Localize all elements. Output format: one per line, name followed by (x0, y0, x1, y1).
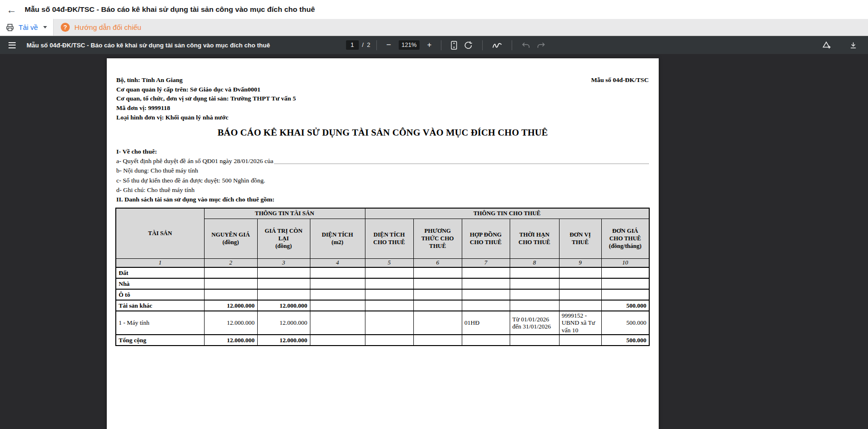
page-number-input[interactable]: 1 (346, 40, 359, 50)
table-cell (204, 278, 257, 289)
print-download-button[interactable]: Tải về (0, 19, 54, 36)
column-header: DIỆN TÍCH (m2) (310, 219, 365, 258)
table-cell: 12.000.000 (204, 335, 257, 346)
column-header: HỢP ĐỒNG CHO THUÊ (462, 219, 510, 258)
column-number: 9 (559, 258, 601, 267)
help-label: Hướng dẫn đối chiếu (75, 23, 141, 31)
table-cell: 12.000.000 (257, 335, 310, 346)
column-number: 5 (365, 258, 413, 267)
table-row: Tài sản khác12.000.00012.000.000500.000 (116, 300, 649, 311)
table-cell (413, 267, 462, 278)
row-label: Tài sản khác (116, 300, 204, 311)
drive-icon (821, 41, 831, 50)
table-cell: 12.000.000 (257, 311, 310, 335)
table-cell (510, 278, 559, 289)
line-c: c- Số thu dự kiến theo đề án được duyệt:… (116, 176, 649, 185)
table-cell (601, 278, 649, 289)
column-header: TÀI SẢN (116, 208, 204, 258)
meta-line: Bộ, tỉnh: Tỉnh An Giang (116, 75, 296, 85)
zoom-level: 121% (401, 42, 417, 48)
table-cell (510, 289, 559, 300)
column-header: ĐƠN GIÁ CHO THUÊ (đồng/tháng) (601, 219, 649, 258)
table-body: ĐấtNhàÔ tôTài sản khác12.000.00012.000.0… (116, 267, 649, 346)
table-cell (462, 335, 510, 346)
hamburger-menu-icon[interactable] (8, 40, 17, 50)
help-icon: ? (61, 23, 70, 32)
fit-page-button[interactable] (448, 39, 460, 52)
page-separator: / (362, 42, 364, 48)
rotate-button[interactable] (460, 39, 476, 52)
table-row: 1 - Máy tính12.000.00012.000.00001HĐTừ 0… (116, 311, 649, 335)
column-number: 4 (310, 258, 365, 267)
table-cell (204, 267, 257, 278)
pdf-viewport[interactable]: Bộ, tỉnh: Tỉnh An Giang Cơ quan quản lý … (0, 54, 868, 429)
table-cell (204, 289, 257, 300)
row-label: 1 - Máy tính (116, 311, 204, 335)
table-cell (257, 289, 310, 300)
column-number: 3 (257, 258, 310, 267)
table-cell (365, 311, 413, 335)
pdf-controls: 1 / 2 − 121% + (346, 39, 549, 52)
table-cell (365, 335, 413, 346)
column-header: PHƯƠNG THỨC CHO THUÊ (413, 219, 462, 258)
table-cell (462, 267, 510, 278)
column-number: 7 (462, 258, 510, 267)
table-cell (310, 278, 365, 289)
back-button[interactable]: ← (7, 5, 17, 15)
table-cell (462, 289, 510, 300)
table-cell: 01HĐ (462, 311, 510, 335)
table-cell: 12.000.000 (204, 311, 257, 335)
meta-line: Loại hình đơn vị: Khối quản lý nhà nước (116, 113, 296, 122)
doc-title: BÁO CÁO KÊ KHAI SỬ DỤNG TÀI SẢN CÔNG VÀO… (107, 128, 659, 138)
table-cell (310, 311, 365, 335)
table-cell (510, 267, 559, 278)
download-label: Tải về (19, 23, 38, 31)
column-number: 1 (116, 258, 204, 267)
pdf-toolbar: Mẫu số 04đ-ĐK/TSC - Báo cáo kê khai sử d… (0, 36, 868, 54)
table-cell (413, 335, 462, 346)
table-cell (257, 267, 310, 278)
zoom-out-button[interactable]: − (383, 40, 394, 50)
download-button[interactable] (846, 39, 860, 51)
meta-line: Cơ quan quản lý cấp trên: Sở Giáo dục và… (116, 85, 296, 94)
dropdown-caret-icon[interactable] (43, 26, 47, 28)
table-cell (462, 300, 510, 311)
table-cell (559, 278, 601, 289)
table-cell: 12.000.000 (204, 300, 257, 311)
column-number: 6 (413, 258, 462, 267)
zoom-in-button[interactable]: + (424, 40, 435, 50)
table-cell (310, 300, 365, 311)
line-a: a- Quyết định phê duyệt đề án số QĐ01 ng… (116, 156, 649, 166)
table-cell: 500.000 (601, 311, 649, 335)
dot-leader (274, 156, 649, 164)
annotate-icon (492, 42, 502, 49)
line-a-text: a- Quyết định phê duyệt đề án số QĐ01 ng… (116, 156, 273, 166)
column-header: DIỆN TÍCH CHO THUÊ (365, 219, 413, 258)
group-header: THÔNG TIN TÀI SẢN (204, 208, 365, 219)
table-cell (601, 289, 649, 300)
table-row: Tổng cộng12.000.00012.000.000500.000 (116, 335, 649, 346)
pdf-doc-title: Mẫu số 04đ-ĐK/TSC - Báo cáo kê khai sử d… (27, 42, 270, 49)
toolbar-right-actions (818, 39, 860, 52)
table-cell (559, 300, 601, 311)
table-cell (601, 267, 649, 278)
undo-button[interactable] (518, 40, 533, 51)
section-2-heading: II. Danh sách tài sản sử dụng vào mục đí… (116, 195, 649, 204)
annotate-button[interactable] (489, 40, 505, 51)
table-cell (413, 289, 462, 300)
redo-button[interactable] (533, 40, 549, 51)
table-cell: Từ 01/01/2026 đến 31/01/2026 (510, 311, 559, 335)
help-link[interactable]: ? Hướng dẫn đối chiếu (61, 19, 141, 36)
table-row: Đất (116, 267, 649, 278)
table-row: Ô tô (116, 289, 649, 300)
table-cell (413, 311, 462, 335)
column-number: 10 (601, 258, 649, 267)
printer-icon (6, 23, 14, 32)
add-to-drive-button[interactable] (818, 39, 834, 52)
column-header: THỜI HẠN CHO THUÊ (510, 219, 559, 258)
column-number-row: 12345678910 (116, 258, 649, 267)
total-pages: 2 (367, 42, 370, 48)
table-cell (365, 300, 413, 311)
table-cell: 12.000.000 (257, 300, 310, 311)
app-header: ← Mẫu số 04đ-ĐK/TSC - Báo cáo kê khai sử… (0, 0, 868, 19)
